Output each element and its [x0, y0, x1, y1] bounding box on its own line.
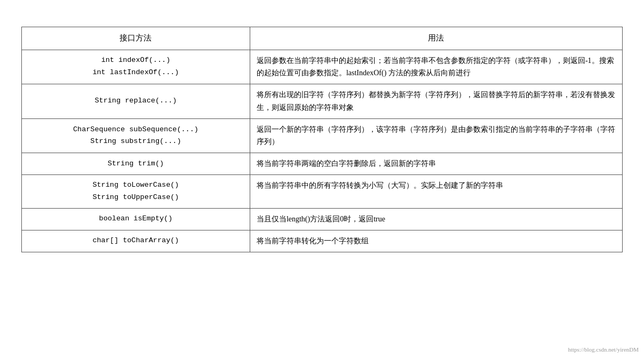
method-cell: CharSequence subSequence(...) String sub…	[22, 118, 250, 153]
col-header-method: 接口方法	[22, 27, 250, 50]
table-row: String trim()将当前字符串两端的空白字符删除后，返回新的字符串	[22, 153, 623, 175]
method-cell: int indexOf(...) int lastIndexOf(...)	[22, 50, 250, 84]
method-cell: char[] toCharArray()	[22, 230, 250, 252]
table-row: int indexOf(...) int lastIndexOf(...)返回参…	[22, 50, 623, 84]
method-cell: boolean isEmpty()	[22, 208, 250, 230]
description-cell: 将当前字符串两端的空白字符删除后，返回新的字符串	[250, 153, 622, 175]
table-row: CharSequence subSequence(...) String sub…	[22, 118, 623, 153]
description-cell: 返回参数在当前字符串中的起始索引；若当前字符串不包含参数所指定的字符（或字符串）…	[250, 50, 622, 84]
col-header-usage: 用法	[250, 27, 622, 50]
description-cell: 将当前字符串转化为一个字符数组	[250, 230, 622, 252]
table-header-row: 接口方法 用法	[22, 27, 623, 50]
table-row: String toLowerCase() String toUpperCase(…	[22, 175, 623, 209]
method-cell: String trim()	[22, 153, 250, 175]
table-row: String replace(...)将所有出现的旧字符（字符序列）都替换为新字…	[22, 84, 623, 119]
table-row: boolean isEmpty()当且仅当length()方法返回0时，返回tr…	[22, 208, 623, 230]
description-cell: 返回一个新的字符串（字符序列），该字符串（字符序列）是由参数索引指定的当前字符串…	[250, 118, 622, 153]
description-cell: 将当前字符串中的所有字符转换为小写（大写）。实际上创建了新的字符串	[250, 175, 622, 209]
table-row: char[] toCharArray()将当前字符串转化为一个字符数组	[22, 230, 623, 252]
page-container: 接口方法 用法 int indexOf(...) int lastIndexOf…	[21, 27, 623, 252]
api-table: 接口方法 用法 int indexOf(...) int lastIndexOf…	[21, 27, 623, 252]
description-cell: 当且仅当length()方法返回0时，返回true	[250, 208, 622, 230]
method-cell: String replace(...)	[22, 84, 250, 119]
method-cell: String toLowerCase() String toUpperCase(…	[22, 175, 250, 209]
description-cell: 将所有出现的旧字符（字符序列）都替换为新字符（字符序列），返回替换字符后的新字符…	[250, 84, 622, 119]
